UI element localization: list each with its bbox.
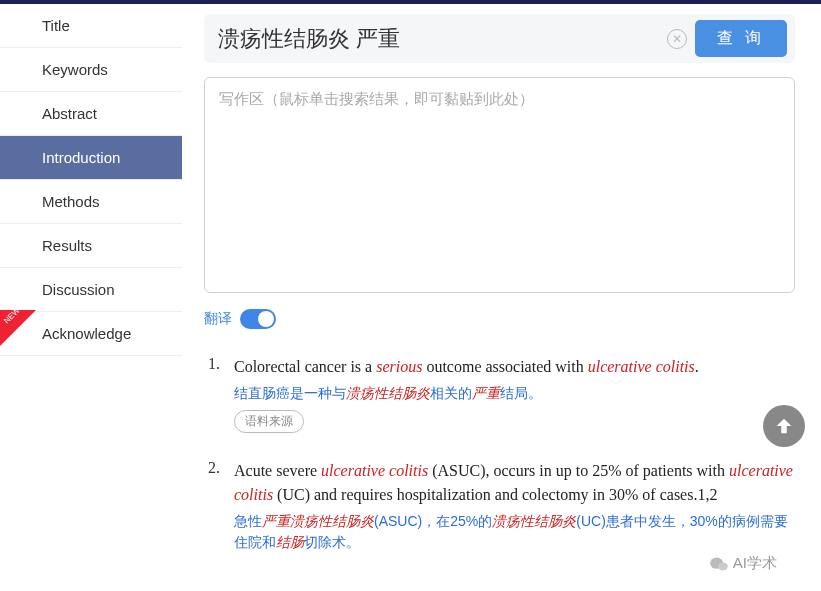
sidebar-item-methods[interactable]: Methods [0,180,182,224]
watermark-text: AI学术 [733,554,777,573]
sidebar-item-title[interactable]: Title [0,4,182,48]
result-item[interactable]: 1. Colorectal cancer is a serious outcom… [208,355,795,433]
translate-row: 翻译 [204,309,795,329]
svg-point-3 [718,562,728,570]
writing-area[interactable]: 写作区（鼠标单击搜索结果，即可黏贴到此处） [204,77,795,293]
arrow-up-icon [773,415,795,437]
scroll-top-button[interactable] [763,405,805,447]
watermark: AI学术 [709,554,777,573]
sidebar-item-results[interactable]: Results [0,224,182,268]
result-item[interactable]: 2. Acute severe ulcerative colitis (ASUC… [208,459,795,553]
query-button[interactable]: 查 询 [695,20,787,57]
result-chinese: 急性严重溃疡性结肠炎(ASUC)，在25%的溃疡性结肠炎(UC)患者中发生，30… [234,511,795,553]
sidebar: Title Keywords Abstract Introduction Met… [0,4,182,591]
wechat-icon [709,556,729,572]
search-input[interactable] [212,24,659,54]
translate-label: 翻译 [204,310,232,328]
sidebar-item-label: Acknowledge [42,325,131,342]
search-row: ✕ 查 询 [204,14,795,63]
source-button[interactable]: 语料来源 [234,410,304,433]
result-number: 1. [208,355,234,433]
sidebar-item-keywords[interactable]: Keywords [0,48,182,92]
sidebar-item-acknowledge[interactable]: NEW Acknowledge [0,312,182,356]
sidebar-item-introduction[interactable]: Introduction [0,136,182,180]
results-list: 1. Colorectal cancer is a serious outcom… [204,355,795,553]
result-number: 2. [208,459,234,553]
sidebar-item-discussion[interactable]: Discussion [0,268,182,312]
main-panel: ✕ 查 询 写作区（鼠标单击搜索结果，即可黏贴到此处） 翻译 1. Colore… [182,4,821,591]
result-english: Acute severe ulcerative colitis (ASUC), … [234,459,795,507]
sidebar-item-abstract[interactable]: Abstract [0,92,182,136]
clear-icon[interactable]: ✕ [667,29,687,49]
result-english: Colorectal cancer is a serious outcome a… [234,355,795,379]
new-badge-icon: NEW [0,310,36,348]
translate-toggle[interactable] [240,309,276,329]
result-chinese: 结直肠癌是一种与溃疡性结肠炎相关的严重结局。 [234,383,795,404]
